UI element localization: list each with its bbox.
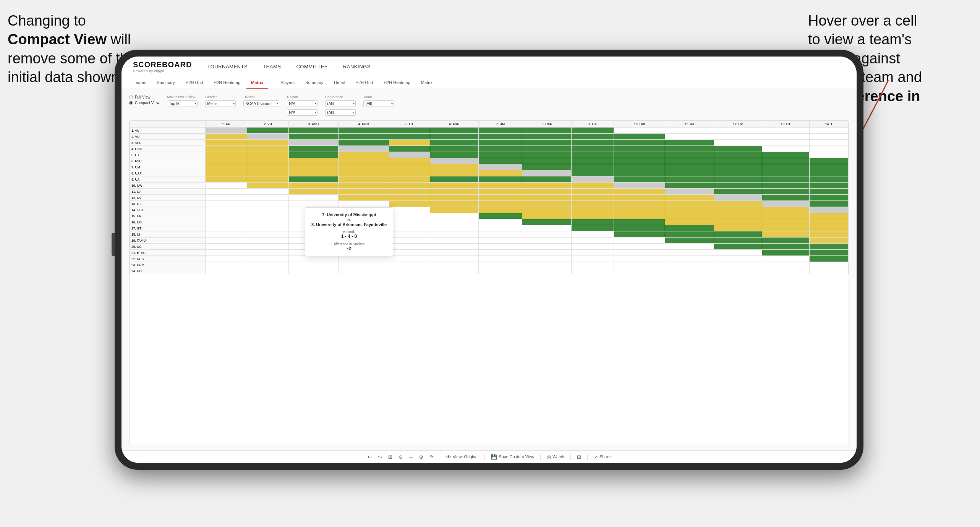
tab-matrix2[interactable]: Matrix <box>416 77 437 89</box>
refresh-btn[interactable]: ⟳ <box>429 454 434 460</box>
matrix-cell[interactable] <box>247 244 289 250</box>
matrix-cell[interactable] <box>289 134 339 140</box>
matrix-cell[interactable] <box>665 176 714 183</box>
matrix-cell[interactable] <box>809 146 848 152</box>
matrix-cell[interactable] <box>614 128 665 134</box>
matrix-cell[interactable] <box>665 183 714 189</box>
matrix-cell[interactable] <box>289 201 339 207</box>
matrix-cell[interactable] <box>430 244 479 250</box>
matrix-cell[interactable] <box>714 134 762 140</box>
conf-select2[interactable]: (All) <box>325 109 356 116</box>
matrix-cell[interactable] <box>809 262 848 268</box>
matrix-cell[interactable] <box>714 219 762 225</box>
matrix-cell[interactable] <box>430 231 479 238</box>
matrix-cell[interactable] <box>572 146 614 152</box>
matrix-cell[interactable] <box>522 170 572 176</box>
view-original-btn[interactable]: 👁 View: Original <box>446 454 479 460</box>
matrix-cell[interactable] <box>389 268 430 274</box>
matrix-cell[interactable] <box>205 152 247 158</box>
matrix-cell[interactable] <box>205 207 247 213</box>
gender-select[interactable]: Men's <box>205 100 236 107</box>
matrix-cell[interactable] <box>205 134 247 140</box>
matrix-cell[interactable] <box>572 201 614 207</box>
matrix-cell[interactable] <box>714 170 762 176</box>
matrix-cell[interactable] <box>479 164 522 170</box>
matrix-cell[interactable] <box>572 231 614 238</box>
matrix-cell[interactable] <box>614 262 665 268</box>
matrix-cell[interactable] <box>714 152 762 158</box>
matrix-cell[interactable] <box>247 176 289 183</box>
matrix-cell[interactable] <box>338 140 389 146</box>
matrix-cell[interactable] <box>809 189 848 195</box>
matrix-cell[interactable] <box>665 134 714 140</box>
matrix-cell[interactable] <box>762 146 809 152</box>
matrix-cell[interactable] <box>762 140 809 146</box>
matrix-cell[interactable] <box>762 225 809 231</box>
matrix-cell[interactable] <box>762 219 809 225</box>
matrix-cell[interactable] <box>430 128 479 134</box>
matrix-cell[interactable] <box>389 176 430 183</box>
matrix-cell[interactable] <box>522 268 572 274</box>
matrix-cell[interactable] <box>289 170 339 176</box>
matrix-cell[interactable] <box>289 256 339 262</box>
matrix-cell[interactable] <box>665 164 714 170</box>
matrix-cell[interactable] <box>430 158 479 164</box>
matrix-cell[interactable] <box>389 231 430 238</box>
matrix-cell[interactable] <box>289 146 339 152</box>
matrix-cell[interactable] <box>479 152 522 158</box>
matrix-cell[interactable] <box>809 158 848 164</box>
matrix-cell[interactable] <box>430 268 479 274</box>
matrix-cell[interactable] <box>762 262 809 268</box>
matrix-cell[interactable] <box>762 176 809 183</box>
matrix-cell[interactable] <box>762 164 809 170</box>
matrix-cell[interactable] <box>338 146 389 152</box>
matrix-cell[interactable] <box>665 244 714 250</box>
matrix-cell[interactable] <box>665 158 714 164</box>
matrix-cell[interactable] <box>522 201 572 207</box>
matrix-cell[interactable] <box>479 256 522 262</box>
share-btn[interactable]: ↗ Share <box>594 454 611 460</box>
matrix-cell[interactable] <box>389 225 430 231</box>
matrix-cell[interactable] <box>809 213 848 219</box>
matrix-cell[interactable] <box>205 262 247 268</box>
matrix-cell[interactable] <box>762 201 809 207</box>
matrix-cell[interactable] <box>714 195 762 201</box>
matrix-cell[interactable] <box>714 238 762 244</box>
matrix-cell[interactable] <box>430 195 479 201</box>
matrix-cell[interactable] <box>572 134 614 140</box>
matrix-cell[interactable] <box>762 238 809 244</box>
tab-players[interactable]: Players <box>276 77 299 89</box>
save-custom-btn[interactable]: 💾 Save Custom View <box>491 454 534 460</box>
matrix-cell[interactable] <box>247 219 289 225</box>
matrix-cell[interactable] <box>389 164 430 170</box>
matrix-cell[interactable] <box>338 201 389 207</box>
matrix-cell[interactable] <box>572 244 614 250</box>
matrix-cell[interactable] <box>522 134 572 140</box>
matrix-cell[interactable] <box>205 158 247 164</box>
matrix-cell[interactable] <box>809 268 848 274</box>
matrix-cell[interactable] <box>247 225 289 231</box>
conf-select1[interactable]: (All) <box>325 100 356 107</box>
matrix-cell[interactable] <box>762 268 809 274</box>
matrix-cell[interactable] <box>809 170 848 176</box>
zoom-out-btn[interactable]: ⊖ <box>398 454 403 460</box>
matrix-cell[interactable] <box>714 262 762 268</box>
matrix-cell[interactable] <box>289 195 339 201</box>
matrix-cell[interactable] <box>247 238 289 244</box>
matrix-cell[interactable] <box>389 146 430 152</box>
grid-btn[interactable]: ⊞ <box>577 454 581 460</box>
matrix-cell[interactable] <box>714 164 762 170</box>
matrix-cell[interactable] <box>522 183 572 189</box>
matrix-cell[interactable] <box>714 256 762 262</box>
matrix-cell[interactable] <box>430 170 479 176</box>
matrix-cell[interactable] <box>430 183 479 189</box>
matrix-cell[interactable] <box>572 219 614 225</box>
matrix-cell[interactable] <box>389 262 430 268</box>
matrix-cell[interactable] <box>762 189 809 195</box>
matrix-cell[interactable] <box>389 238 430 244</box>
matrix-cell[interactable] <box>809 256 848 262</box>
matrix-cell[interactable] <box>762 128 809 134</box>
matrix-cell[interactable] <box>479 207 522 213</box>
matrix-cell[interactable] <box>430 225 479 231</box>
nav-rankings[interactable]: RANKINGS <box>343 64 371 70</box>
